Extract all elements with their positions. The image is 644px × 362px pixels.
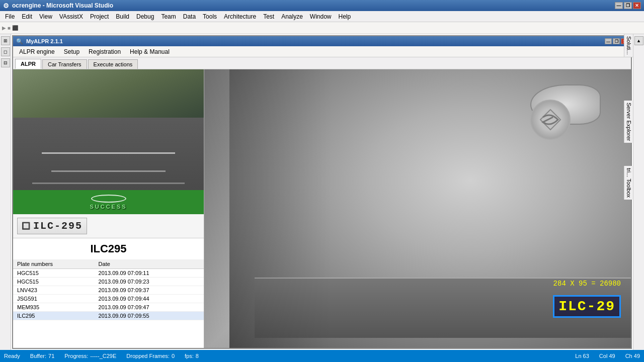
menu-item-project[interactable]: Project bbox=[87, 12, 112, 21]
table-row[interactable]: ILC2952013.09.09 07:09:55 bbox=[13, 312, 204, 320]
menu-item-edit[interactable]: Edit bbox=[19, 12, 35, 21]
toolbar-placeholder: ▶ ■ ⬛ bbox=[2, 25, 18, 31]
camera-view bbox=[13, 69, 204, 190]
inner-title-bar: 🔍 MyALPR 2.1.1 — ❐ ✕ bbox=[13, 36, 631, 46]
left-panel: SUCCESS 🔲ILC-295 ILC295 Plate number bbox=[13, 69, 204, 348]
plate-number-display: ILC295 bbox=[13, 238, 204, 259]
date-cell: 2013.09.09 07:09:23 bbox=[95, 278, 204, 286]
minimize-button[interactable]: — bbox=[615, 2, 623, 9]
title-bar-left: ⚙ ocrengine - Microsoft Visual Studio bbox=[3, 2, 113, 10]
date-cell: 2013.09.09 07:09:37 bbox=[95, 286, 204, 295]
app-menu-setup[interactable]: Setup bbox=[60, 47, 84, 56]
right-sidebar-icon[interactable]: ▲ bbox=[634, 36, 643, 45]
tab-execute-actions[interactable]: Execute actions bbox=[88, 59, 138, 69]
left-sidebar: ⊞ ◻ ⊟ bbox=[0, 34, 11, 350]
road-line-1 bbox=[42, 152, 175, 154]
menu-item-view[interactable]: View bbox=[36, 12, 55, 21]
table-row[interactable]: HGC5152013.09.09 07:09:11 bbox=[13, 269, 204, 278]
tab-bar: ALPR Car Transfers Execute actions bbox=[13, 57, 631, 69]
menu-item-test[interactable]: Test bbox=[260, 12, 277, 21]
table-row[interactable]: LNV4232013.09.09 07:09:37 bbox=[13, 286, 204, 295]
col-header-plate: Plate numbers bbox=[13, 259, 95, 269]
title-bar: ⚙ ocrengine - Microsoft Visual Studio — … bbox=[0, 0, 644, 11]
buffer-value: 71 bbox=[48, 353, 54, 359]
status-progress: Progress: -----_C29E bbox=[64, 353, 116, 359]
menu-item-architecture[interactable]: Architecture bbox=[221, 12, 259, 21]
date-cell: 2013.09.09 07:09:44 bbox=[95, 295, 204, 303]
ch-status: Ch 49 bbox=[625, 353, 640, 359]
tab-alpr[interactable]: ALPR bbox=[15, 59, 41, 69]
toolbox-label[interactable]: tri... Toolbox bbox=[624, 166, 633, 200]
road-surface bbox=[13, 118, 204, 190]
menu-item-team[interactable]: Team bbox=[158, 12, 179, 21]
buffer-label: Buffer: bbox=[30, 353, 46, 359]
window-title: ocrengine - Microsoft Visual Studio bbox=[12, 2, 113, 9]
menu-item-data[interactable]: Data bbox=[180, 12, 199, 21]
plate-cell: MEM935 bbox=[13, 303, 95, 312]
success-oval bbox=[91, 195, 126, 203]
app-menu-alpr-engine[interactable]: ALPR engine bbox=[15, 47, 59, 56]
dropped-label: Dropped Frames: bbox=[126, 353, 170, 359]
app-icon: ⚙ bbox=[3, 2, 9, 10]
menu-item-file[interactable]: File bbox=[2, 12, 18, 21]
right-sidebar: ▲ bbox=[633, 34, 644, 350]
tab-car-transfers[interactable]: Car Transfers bbox=[42, 59, 87, 69]
col-header-date: Date bbox=[95, 259, 204, 269]
road-line-2 bbox=[51, 170, 166, 172]
app-menu-bar: ALPR engine Setup Registration Help & Ma… bbox=[13, 46, 631, 57]
plate-image: 🔲ILC-295 bbox=[17, 218, 87, 234]
title-bar-controls: — ❐ ✕ bbox=[615, 2, 641, 9]
inner-app-icon: 🔍 bbox=[16, 38, 23, 45]
solution-explorer-label[interactable]: Soluti... bbox=[624, 34, 633, 57]
plate-table: Plate numbers Date HGC5152013.09.09 07:0… bbox=[13, 259, 204, 348]
progress-label: Progress: bbox=[64, 353, 88, 359]
main-area: 🔍 MyALPR 2.1.1 — ❐ ✕ ALPR engine Setup R… bbox=[11, 34, 633, 350]
plate-cell: ILC295 bbox=[13, 312, 95, 320]
table-row[interactable]: MEM9352013.09.09 07:09:47 bbox=[13, 303, 204, 312]
content-area: SUCCESS 🔲ILC-295 ILC295 Plate number bbox=[13, 69, 631, 348]
menu-item-build[interactable]: Build bbox=[113, 12, 132, 21]
menu-item-analyze[interactable]: Analyze bbox=[278, 12, 306, 21]
menu-item-window[interactable]: Window bbox=[307, 12, 335, 21]
plate-cell: HGC515 bbox=[13, 278, 95, 286]
sidebar-icon-2[interactable]: ◻ bbox=[1, 47, 10, 56]
inner-minimize-button[interactable]: — bbox=[605, 38, 612, 44]
table-row[interactable]: HGC5152013.09.09 07:09:23 bbox=[13, 278, 204, 286]
sidebar-icon-3[interactable]: ⊟ bbox=[1, 58, 10, 67]
success-banner: SUCCESS bbox=[13, 190, 204, 214]
app-menu-help[interactable]: Help & Manual bbox=[126, 47, 174, 56]
close-button[interactable]: ✕ bbox=[633, 2, 641, 9]
date-cell: 2013.09.09 07:09:11 bbox=[95, 269, 204, 278]
server-explorer-label[interactable]: Server Explorer bbox=[624, 101, 633, 143]
app-menu-registration[interactable]: Registration bbox=[85, 47, 125, 56]
inner-window-title: 🔍 MyALPR 2.1.1 bbox=[16, 38, 63, 45]
road-line-3 bbox=[32, 183, 185, 184]
menu-item-vassistx[interactable]: VAssistX bbox=[56, 12, 86, 21]
date-cell: 2013.09.09 07:09:47 bbox=[95, 303, 204, 312]
status-bar: Ready Buffer: 71 Progress: -----_C29E Dr… bbox=[0, 350, 644, 362]
right-panel: ILC-29 284 X 95 = 26980 bbox=[204, 69, 631, 348]
menu-item-tools[interactable]: Tools bbox=[200, 12, 220, 21]
restore-button[interactable]: ❐ bbox=[624, 2, 632, 9]
dropped-value: 0 bbox=[172, 353, 175, 359]
vs-toolbar: ▶ ■ ⬛ bbox=[0, 22, 644, 34]
sidebar-icon-1[interactable]: ⊞ bbox=[1, 36, 10, 45]
menu-item-help[interactable]: Help bbox=[336, 12, 354, 21]
plate-cell: HGC515 bbox=[13, 269, 95, 278]
plate-cell: JSG591 bbox=[13, 295, 95, 303]
inner-restore-button[interactable]: ❐ bbox=[613, 38, 620, 44]
status-dropped: Dropped Frames: 0 bbox=[126, 353, 175, 359]
success-text: SUCCESS bbox=[90, 204, 127, 210]
inner-window: 🔍 MyALPR 2.1.1 — ❐ ✕ ALPR engine Setup R… bbox=[12, 35, 632, 349]
plate-overlay-text: ILC-29 bbox=[558, 299, 615, 314]
ln-status: Ln 63 bbox=[575, 353, 589, 359]
progress-value: -----_C29E bbox=[90, 353, 116, 359]
menu-item-debug[interactable]: Debug bbox=[133, 12, 157, 21]
plate-dimensions: 284 X 95 = 26980 bbox=[553, 280, 621, 288]
status-fps: fps: 8 bbox=[185, 353, 199, 359]
plate-image-area: 🔲ILC-295 bbox=[13, 214, 204, 238]
vs-menu-bar: File Edit View VAssistX Project Build De… bbox=[0, 11, 644, 22]
table-row[interactable]: JSG5912013.09.09 07:09:44 bbox=[13, 295, 204, 303]
plate-overlay: ILC-29 bbox=[553, 295, 621, 318]
date-cell: 2013.09.09 07:09:55 bbox=[95, 312, 204, 320]
